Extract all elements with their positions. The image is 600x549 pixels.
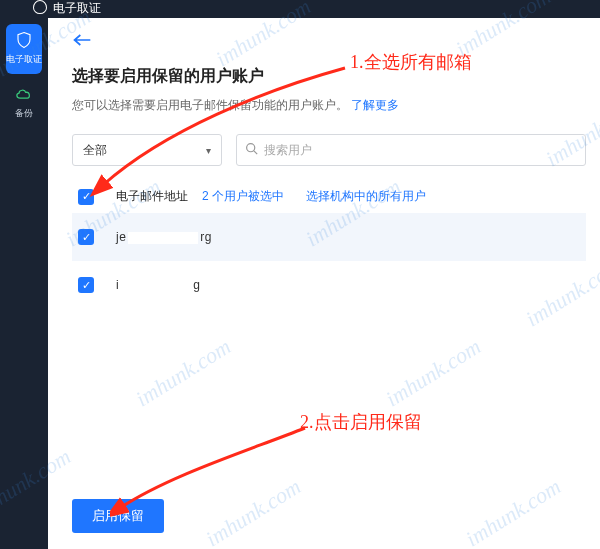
- row-checkbox[interactable]: ✓: [78, 229, 94, 245]
- redacted: [121, 280, 191, 292]
- search-box[interactable]: [236, 134, 586, 166]
- search-icon: [245, 142, 258, 158]
- page-title: 选择要启用保留的用户账户: [72, 66, 586, 87]
- cloud-icon: [14, 84, 34, 104]
- row-checkbox[interactable]: ✓: [78, 277, 94, 293]
- svg-point-0: [247, 144, 255, 152]
- subtitle-text: 您可以选择需要启用电子邮件保留功能的用户账户。: [72, 98, 348, 112]
- window-titlebar: 电子取证: [0, 0, 600, 18]
- select-all-org-link[interactable]: 选择机构中的所有用户: [306, 188, 426, 205]
- sidebar-item-label: 电子取证: [6, 53, 42, 66]
- row-email: jerg: [116, 230, 212, 244]
- shield-icon: [33, 0, 47, 14]
- row-email: ig: [116, 278, 200, 292]
- selected-count[interactable]: 2 个用户被选中: [202, 188, 284, 205]
- column-email-label: 电子邮件地址: [116, 188, 188, 205]
- chevron-down-icon: ▾: [206, 145, 211, 156]
- select-all-checkbox[interactable]: ✓: [78, 189, 94, 205]
- enable-hold-button[interactable]: 启用保留: [72, 499, 164, 533]
- table-header: ✓ 电子邮件地址 2 个用户被选中 选择机构中的所有用户: [72, 188, 586, 205]
- search-input[interactable]: [264, 143, 577, 157]
- filter-controls: 全部 ▾: [72, 134, 586, 166]
- svg-line-1: [254, 151, 257, 154]
- sidebar-item-ediscovery[interactable]: 电子取证: [6, 24, 42, 74]
- sidebar: 电子取证 备份: [0, 18, 48, 549]
- back-button[interactable]: [72, 28, 96, 52]
- sidebar-item-label: 备份: [15, 107, 33, 120]
- filter-select[interactable]: 全部 ▾: [72, 134, 222, 166]
- shield-icon: [14, 30, 34, 50]
- table-body: ✓ jerg ✓ ig: [72, 213, 586, 309]
- redacted: [128, 232, 198, 244]
- table-row[interactable]: ✓ jerg: [72, 213, 586, 261]
- sidebar-item-backup[interactable]: 备份: [6, 78, 42, 128]
- table-row[interactable]: ✓ ig: [72, 261, 586, 309]
- page-subtitle: 您可以选择需要启用电子邮件保留功能的用户账户。 了解更多: [72, 97, 586, 114]
- main-panel: 选择要启用保留的用户账户 您可以选择需要启用电子邮件保留功能的用户账户。 了解更…: [48, 18, 600, 549]
- learn-more-link[interactable]: 了解更多: [351, 98, 399, 112]
- filter-select-value: 全部: [83, 142, 107, 159]
- app-title: 电子取证: [53, 0, 101, 17]
